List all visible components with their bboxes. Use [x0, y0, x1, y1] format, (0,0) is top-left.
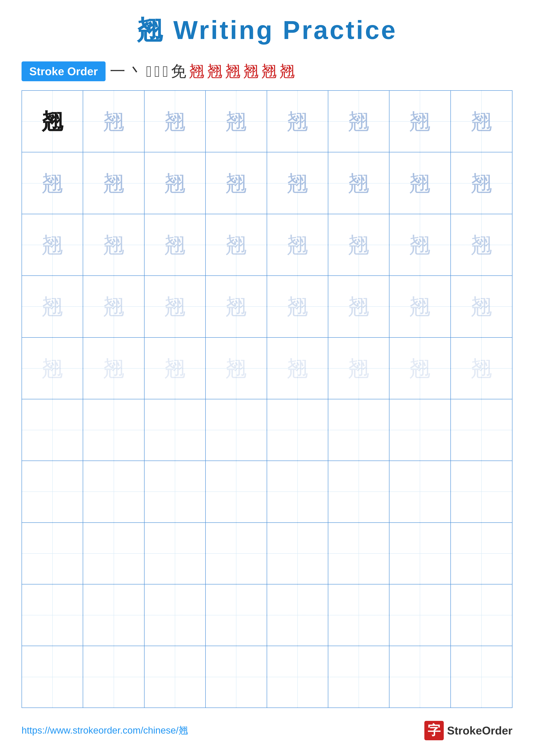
grid-row: 翘翘翘翘翘翘翘翘 — [22, 91, 512, 152]
grid-row — [22, 646, 512, 707]
grid-char: 翘 — [409, 358, 431, 379]
grid-cell: 翘 — [206, 276, 267, 337]
grid-cell — [328, 523, 390, 584]
grid-cell — [451, 584, 512, 646]
grid-char: 翘 — [41, 173, 63, 194]
grid-cell: 翘 — [451, 338, 512, 399]
grid-char: 翘 — [348, 234, 369, 256]
grid-cell — [267, 584, 328, 646]
grid-row — [22, 523, 512, 584]
grid-row — [22, 584, 512, 646]
grid-cell — [328, 584, 390, 646]
stroke-order-badge: Stroke Order — [21, 62, 106, 81]
footer: https://www.strokeorder.com/chinese/翘 字 … — [21, 721, 513, 740]
grid-cell: 翘 — [328, 214, 390, 275]
brand-name: StrokeOrder — [447, 724, 513, 737]
stroke-9: 翘 — [225, 61, 241, 82]
footer-url[interactable]: https://www.strokeorder.com/chinese/翘 — [21, 724, 188, 737]
grid-cell — [267, 399, 328, 461]
grid-char: 翘 — [164, 358, 186, 379]
grid-char: 翘 — [409, 173, 431, 194]
grid-row: 翘翘翘翘翘翘翘翘 — [22, 214, 512, 276]
grid-cell: 翘 — [451, 276, 512, 337]
grid-cell: 翘 — [144, 152, 206, 214]
grid-cell — [328, 646, 390, 707]
grid-char: 翘 — [225, 358, 247, 379]
grid-cell: 翘 — [328, 91, 390, 152]
grid-char: 翘 — [103, 234, 124, 256]
grid-char: 翘 — [225, 111, 247, 132]
grid-cell — [83, 523, 144, 584]
grid-char: 翘 — [471, 173, 492, 194]
grid-char: 翘 — [164, 234, 186, 256]
grid-row — [22, 461, 512, 523]
grid-cell: 翘 — [22, 152, 83, 214]
stroke-2: 丶 — [128, 61, 143, 82]
grid-char: 翘 — [348, 296, 369, 317]
grid-cell — [206, 399, 267, 461]
grid-char: 翘 — [225, 296, 247, 317]
grid-char: 翘 — [409, 234, 431, 256]
grid-cell: 翘 — [22, 276, 83, 337]
grid-cell — [451, 523, 512, 584]
grid-cell — [206, 584, 267, 646]
grid-char: 翘 — [103, 358, 124, 379]
grid-char: 翘 — [471, 111, 492, 132]
grid-cell — [22, 523, 83, 584]
grid-cell: 翘 — [390, 214, 451, 275]
grid-row: 翘翘翘翘翘翘翘翘 — [22, 276, 512, 338]
grid-char: 翘 — [164, 173, 186, 194]
brand-icon: 字 — [424, 721, 444, 740]
stroke-order-chars: 一 丶 𠃌 𠄌 𠃋 免 翘 翘 翘 翘 翘 翘 — [110, 61, 295, 82]
grid-cell — [206, 461, 267, 522]
grid-cell: 翘 — [267, 152, 328, 214]
grid-cell — [83, 461, 144, 522]
grid-cell — [22, 399, 83, 461]
grid-cell — [144, 523, 206, 584]
grid-char: 翘 — [471, 296, 492, 317]
grid-char: 翘 — [348, 111, 369, 132]
grid-char: 翘 — [41, 358, 63, 379]
grid-cell — [390, 646, 451, 707]
grid-cell: 翘 — [206, 152, 267, 214]
grid-cell: 翘 — [267, 214, 328, 275]
grid-row — [22, 399, 512, 461]
grid-cell — [206, 523, 267, 584]
grid-char: 翘 — [409, 111, 431, 132]
grid-cell — [206, 646, 267, 707]
grid-cell — [390, 523, 451, 584]
grid-cell — [144, 461, 206, 522]
grid-cell: 翘 — [451, 152, 512, 214]
practice-grid: 翘翘翘翘翘翘翘翘翘翘翘翘翘翘翘翘翘翘翘翘翘翘翘翘翘翘翘翘翘翘翘翘翘翘翘翘翘翘翘翘 — [21, 90, 513, 708]
grid-cell — [390, 584, 451, 646]
grid-cell: 翘 — [83, 276, 144, 337]
grid-cell: 翘 — [144, 214, 206, 275]
stroke-8: 翘 — [207, 61, 222, 82]
grid-cell: 翘 — [22, 338, 83, 399]
grid-char: 翘 — [41, 296, 63, 317]
grid-char: 翘 — [471, 234, 492, 256]
grid-char: 翘 — [348, 358, 369, 379]
grid-cell: 翘 — [83, 214, 144, 275]
grid-char: 翘 — [348, 173, 369, 194]
grid-char: 翘 — [287, 173, 308, 194]
stroke-order-row: Stroke Order 一 丶 𠃌 𠄌 𠃋 免 翘 翘 翘 翘 翘 翘 — [21, 61, 513, 82]
footer-brand: 字 StrokeOrder — [424, 721, 513, 740]
grid-cell — [451, 399, 512, 461]
grid-char: 翘 — [409, 296, 431, 317]
grid-cell — [22, 584, 83, 646]
grid-char: 翘 — [41, 111, 63, 132]
stroke-4: 𠄌 — [154, 63, 160, 80]
grid-cell — [328, 461, 390, 522]
grid-char: 翘 — [164, 111, 186, 132]
grid-char: 翘 — [103, 296, 124, 317]
grid-cell — [144, 646, 206, 707]
grid-cell — [144, 399, 206, 461]
grid-cell — [267, 523, 328, 584]
grid-cell: 翘 — [206, 214, 267, 275]
grid-char: 翘 — [287, 234, 308, 256]
grid-cell — [83, 399, 144, 461]
grid-cell: 翘 — [390, 276, 451, 337]
stroke-3: 𠃌 — [146, 63, 152, 80]
grid-cell — [390, 461, 451, 522]
